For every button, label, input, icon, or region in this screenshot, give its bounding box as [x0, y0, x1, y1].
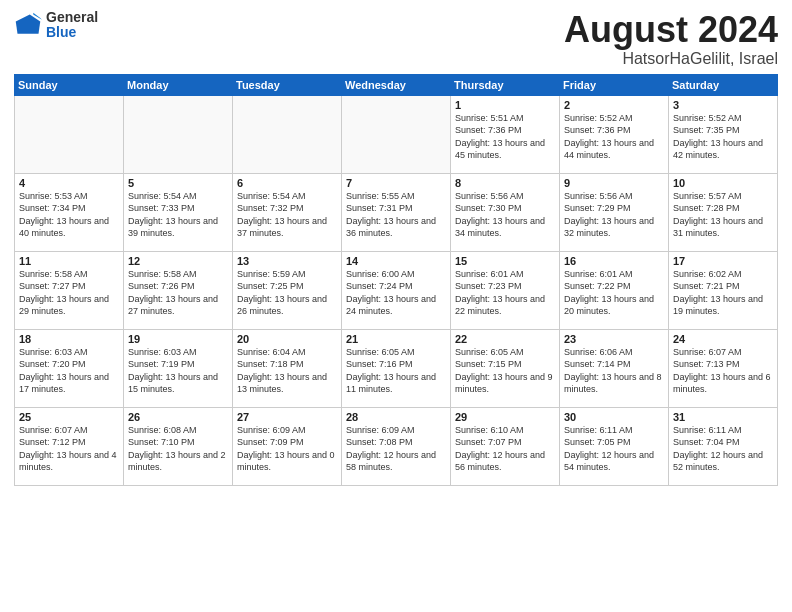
day-number: 26: [128, 411, 228, 423]
header: General Blue August 2024 HatsorHaGelilit…: [14, 10, 778, 68]
calendar-table: Sunday Monday Tuesday Wednesday Thursday…: [14, 74, 778, 486]
calendar-cell: 7Sunrise: 5:55 AMSunset: 7:31 PMDaylight…: [342, 173, 451, 251]
main-container: General Blue August 2024 HatsorHaGelilit…: [0, 0, 792, 492]
location-subtitle: HatsorHaGelilit, Israel: [564, 50, 778, 68]
day-info: Sunrise: 6:09 AMSunset: 7:09 PMDaylight:…: [237, 424, 337, 474]
day-number: 13: [237, 255, 337, 267]
day-number: 19: [128, 333, 228, 345]
day-number: 14: [346, 255, 446, 267]
header-wednesday: Wednesday: [342, 74, 451, 95]
title-section: August 2024 HatsorHaGelilit, Israel: [564, 10, 778, 68]
day-number: 20: [237, 333, 337, 345]
day-number: 24: [673, 333, 773, 345]
calendar-cell: 8Sunrise: 5:56 AMSunset: 7:30 PMDaylight…: [451, 173, 560, 251]
header-saturday: Saturday: [669, 74, 778, 95]
calendar-week-3: 11Sunrise: 5:58 AMSunset: 7:27 PMDayligh…: [15, 251, 778, 329]
calendar-cell: 18Sunrise: 6:03 AMSunset: 7:20 PMDayligh…: [15, 329, 124, 407]
header-thursday: Thursday: [451, 74, 560, 95]
calendar-cell: 20Sunrise: 6:04 AMSunset: 7:18 PMDayligh…: [233, 329, 342, 407]
day-number: 4: [19, 177, 119, 189]
calendar-cell: 10Sunrise: 5:57 AMSunset: 7:28 PMDayligh…: [669, 173, 778, 251]
calendar-cell: 27Sunrise: 6:09 AMSunset: 7:09 PMDayligh…: [233, 407, 342, 485]
calendar-cell: 1Sunrise: 5:51 AMSunset: 7:36 PMDaylight…: [451, 95, 560, 173]
day-info: Sunrise: 5:52 AMSunset: 7:35 PMDaylight:…: [673, 112, 773, 162]
calendar-cell: 13Sunrise: 5:59 AMSunset: 7:25 PMDayligh…: [233, 251, 342, 329]
day-info: Sunrise: 6:01 AMSunset: 7:23 PMDaylight:…: [455, 268, 555, 318]
calendar-cell: 25Sunrise: 6:07 AMSunset: 7:12 PMDayligh…: [15, 407, 124, 485]
day-number: 8: [455, 177, 555, 189]
svg-marker-0: [16, 15, 41, 34]
day-number: 16: [564, 255, 664, 267]
day-number: 25: [19, 411, 119, 423]
day-info: Sunrise: 6:07 AMSunset: 7:12 PMDaylight:…: [19, 424, 119, 474]
day-info: Sunrise: 5:58 AMSunset: 7:27 PMDaylight:…: [19, 268, 119, 318]
calendar-cell: 29Sunrise: 6:10 AMSunset: 7:07 PMDayligh…: [451, 407, 560, 485]
day-info: Sunrise: 6:06 AMSunset: 7:14 PMDaylight:…: [564, 346, 664, 396]
calendar-cell: 31Sunrise: 6:11 AMSunset: 7:04 PMDayligh…: [669, 407, 778, 485]
calendar-cell: 2Sunrise: 5:52 AMSunset: 7:36 PMDaylight…: [560, 95, 669, 173]
calendar-cell: 23Sunrise: 6:06 AMSunset: 7:14 PMDayligh…: [560, 329, 669, 407]
calendar-cell: 30Sunrise: 6:11 AMSunset: 7:05 PMDayligh…: [560, 407, 669, 485]
logo-text: General Blue: [46, 10, 98, 41]
day-number: 2: [564, 99, 664, 111]
day-info: Sunrise: 5:57 AMSunset: 7:28 PMDaylight:…: [673, 190, 773, 240]
month-title: August 2024: [564, 10, 778, 50]
calendar-cell: 5Sunrise: 5:54 AMSunset: 7:33 PMDaylight…: [124, 173, 233, 251]
day-info: Sunrise: 5:54 AMSunset: 7:32 PMDaylight:…: [237, 190, 337, 240]
day-number: 7: [346, 177, 446, 189]
calendar-cell: 21Sunrise: 6:05 AMSunset: 7:16 PMDayligh…: [342, 329, 451, 407]
calendar-cell: 6Sunrise: 5:54 AMSunset: 7:32 PMDaylight…: [233, 173, 342, 251]
calendar-cell: 3Sunrise: 5:52 AMSunset: 7:35 PMDaylight…: [669, 95, 778, 173]
calendar-cell: 12Sunrise: 5:58 AMSunset: 7:26 PMDayligh…: [124, 251, 233, 329]
calendar-cell: 16Sunrise: 6:01 AMSunset: 7:22 PMDayligh…: [560, 251, 669, 329]
calendar-body: 1Sunrise: 5:51 AMSunset: 7:36 PMDaylight…: [15, 95, 778, 485]
calendar-header: Sunday Monday Tuesday Wednesday Thursday…: [15, 74, 778, 95]
day-info: Sunrise: 5:56 AMSunset: 7:29 PMDaylight:…: [564, 190, 664, 240]
day-info: Sunrise: 6:05 AMSunset: 7:16 PMDaylight:…: [346, 346, 446, 396]
day-info: Sunrise: 6:09 AMSunset: 7:08 PMDaylight:…: [346, 424, 446, 474]
logo-icon: [14, 11, 42, 39]
day-info: Sunrise: 6:04 AMSunset: 7:18 PMDaylight:…: [237, 346, 337, 396]
calendar-cell: [233, 95, 342, 173]
day-info: Sunrise: 6:07 AMSunset: 7:13 PMDaylight:…: [673, 346, 773, 396]
day-number: 9: [564, 177, 664, 189]
calendar-cell: [342, 95, 451, 173]
day-info: Sunrise: 6:10 AMSunset: 7:07 PMDaylight:…: [455, 424, 555, 474]
day-number: 12: [128, 255, 228, 267]
calendar-cell: [124, 95, 233, 173]
day-info: Sunrise: 5:58 AMSunset: 7:26 PMDaylight:…: [128, 268, 228, 318]
day-info: Sunrise: 6:02 AMSunset: 7:21 PMDaylight:…: [673, 268, 773, 318]
day-number: 18: [19, 333, 119, 345]
day-number: 28: [346, 411, 446, 423]
day-info: Sunrise: 6:08 AMSunset: 7:10 PMDaylight:…: [128, 424, 228, 474]
day-info: Sunrise: 6:01 AMSunset: 7:22 PMDaylight:…: [564, 268, 664, 318]
day-info: Sunrise: 5:56 AMSunset: 7:30 PMDaylight:…: [455, 190, 555, 240]
calendar-week-1: 1Sunrise: 5:51 AMSunset: 7:36 PMDaylight…: [15, 95, 778, 173]
day-number: 3: [673, 99, 773, 111]
day-info: Sunrise: 6:05 AMSunset: 7:15 PMDaylight:…: [455, 346, 555, 396]
day-info: Sunrise: 6:03 AMSunset: 7:20 PMDaylight:…: [19, 346, 119, 396]
calendar-cell: 26Sunrise: 6:08 AMSunset: 7:10 PMDayligh…: [124, 407, 233, 485]
day-number: 17: [673, 255, 773, 267]
calendar-cell: 28Sunrise: 6:09 AMSunset: 7:08 PMDayligh…: [342, 407, 451, 485]
calendar-cell: 9Sunrise: 5:56 AMSunset: 7:29 PMDaylight…: [560, 173, 669, 251]
calendar-cell: 4Sunrise: 5:53 AMSunset: 7:34 PMDaylight…: [15, 173, 124, 251]
day-number: 1: [455, 99, 555, 111]
day-info: Sunrise: 6:03 AMSunset: 7:19 PMDaylight:…: [128, 346, 228, 396]
calendar-cell: [15, 95, 124, 173]
header-row: Sunday Monday Tuesday Wednesday Thursday…: [15, 74, 778, 95]
calendar-cell: 11Sunrise: 5:58 AMSunset: 7:27 PMDayligh…: [15, 251, 124, 329]
day-info: Sunrise: 6:00 AMSunset: 7:24 PMDaylight:…: [346, 268, 446, 318]
calendar-week-5: 25Sunrise: 6:07 AMSunset: 7:12 PMDayligh…: [15, 407, 778, 485]
day-info: Sunrise: 6:11 AMSunset: 7:05 PMDaylight:…: [564, 424, 664, 474]
day-number: 23: [564, 333, 664, 345]
calendar-cell: 24Sunrise: 6:07 AMSunset: 7:13 PMDayligh…: [669, 329, 778, 407]
day-number: 29: [455, 411, 555, 423]
day-number: 30: [564, 411, 664, 423]
header-tuesday: Tuesday: [233, 74, 342, 95]
header-friday: Friday: [560, 74, 669, 95]
calendar-cell: 17Sunrise: 6:02 AMSunset: 7:21 PMDayligh…: [669, 251, 778, 329]
header-monday: Monday: [124, 74, 233, 95]
day-number: 15: [455, 255, 555, 267]
calendar-cell: 15Sunrise: 6:01 AMSunset: 7:23 PMDayligh…: [451, 251, 560, 329]
